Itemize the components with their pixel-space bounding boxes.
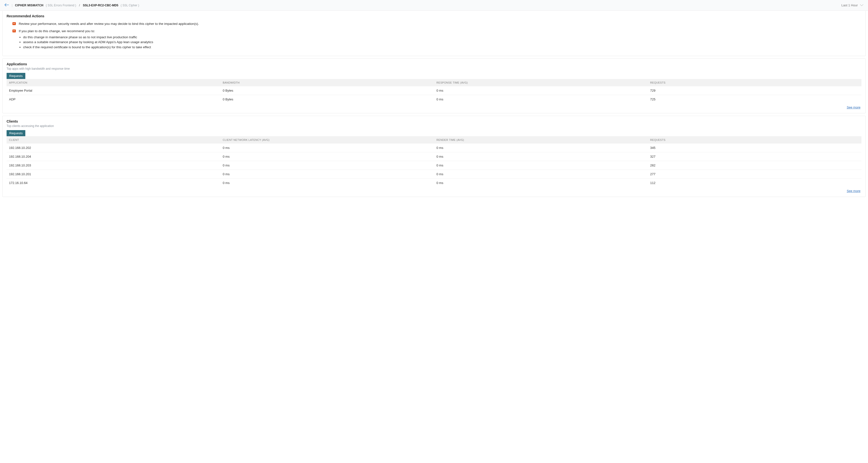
action-arrow-icon bbox=[12, 22, 16, 25]
table-header-row: APPLICATION BANDWIDTH RESPONSE TIME (AVG… bbox=[7, 79, 861, 86]
recommended-title: Recommended Actions bbox=[7, 14, 861, 18]
back-arrow-icon[interactable] bbox=[4, 3, 9, 7]
breadcrumb-main[interactable]: CIPHER MISMATCH bbox=[15, 4, 43, 7]
applications-panel: Applications Top apps with high bandwidt… bbox=[2, 58, 866, 113]
cell-latency: 0 ms bbox=[220, 170, 434, 179]
cell-response-time: 0 ms bbox=[434, 86, 648, 95]
cell-client: 192.168.10.202 bbox=[7, 144, 220, 152]
clients-requests-button[interactable]: Requests bbox=[7, 130, 25, 136]
col-latency[interactable]: CLIENT NETWORK LATENCY (AVG) bbox=[220, 136, 434, 144]
applications-requests-button[interactable]: Requests bbox=[7, 73, 25, 79]
applications-table: APPLICATION BANDWIDTH RESPONSE TIME (AVG… bbox=[7, 79, 861, 104]
cell-requests: 327 bbox=[648, 152, 862, 161]
recommended-subitem: do this change in maintenance phase so a… bbox=[23, 35, 153, 40]
table-row: 192.168.10.202 0 ms 0 ms 345 bbox=[7, 144, 861, 152]
breadcrumb-second-sub: ( SSL Cipher ) bbox=[121, 4, 139, 7]
table-row: 172.16.10.64 0 ms 0 ms 112 bbox=[7, 179, 861, 187]
applications-see-more-link[interactable]: See more bbox=[847, 106, 861, 109]
clients-see-more-link[interactable]: See more bbox=[847, 189, 861, 193]
see-more-row: See more bbox=[7, 104, 861, 110]
clients-subtitle: Top clients accessing the application bbox=[7, 124, 861, 128]
cell-render-time: 0 ms bbox=[434, 152, 648, 161]
cell-render-time: 0 ms bbox=[434, 161, 648, 170]
see-more-row: See more bbox=[7, 187, 861, 193]
recommended-list: Review your performance, security needs … bbox=[7, 22, 861, 50]
table-row: Employee Portal 0 Bytes 0 ms 729 bbox=[7, 86, 861, 95]
top-bar: | CIPHER MISMATCH ( SSL Errors Frontend … bbox=[0, 0, 868, 11]
table-row: 192.168.10.203 0 ms 0 ms 282 bbox=[7, 161, 861, 170]
col-client[interactable]: CLIENT bbox=[7, 136, 220, 144]
table-row: 192.168.10.204 0 ms 0 ms 327 bbox=[7, 152, 861, 161]
cell-latency: 0 ms bbox=[220, 144, 434, 152]
cell-client: 192.168.10.201 bbox=[7, 170, 220, 179]
cell-bandwidth: 0 Bytes bbox=[220, 95, 434, 104]
applications-subtitle: Top apps with high bandwidth and respons… bbox=[7, 67, 861, 70]
cell-render-time: 0 ms bbox=[434, 144, 648, 152]
breadcrumb-second: SSL3-EXP-RC2-CBC-MD5 bbox=[83, 4, 118, 7]
cell-requests: 277 bbox=[648, 170, 862, 179]
col-response-time[interactable]: RESPONSE TIME (AVG) bbox=[434, 79, 648, 86]
time-range-selector[interactable]: Last 1 Hour bbox=[841, 3, 864, 7]
recommended-text: Review your performance, security needs … bbox=[19, 22, 199, 26]
breadcrumb-main-sub: ( SSL Errors Frontend ) bbox=[46, 4, 76, 7]
cell-client: 192.168.10.204 bbox=[7, 152, 220, 161]
recommended-subitem: check if the required certificate is bou… bbox=[23, 45, 153, 50]
cell-client: 172.16.10.64 bbox=[7, 179, 220, 187]
cell-requests: 729 bbox=[648, 86, 862, 95]
divider: | bbox=[12, 3, 12, 7]
table-header-row: CLIENT CLIENT NETWORK LATENCY (AVG) REND… bbox=[7, 136, 861, 144]
col-requests[interactable]: REQUESTS bbox=[648, 136, 862, 144]
cell-bandwidth: 0 Bytes bbox=[220, 86, 434, 95]
cell-application: Employee Portal bbox=[7, 86, 220, 95]
col-application[interactable]: APPLICATION bbox=[7, 79, 220, 86]
applications-title: Applications bbox=[7, 62, 861, 66]
cell-latency: 0 ms bbox=[220, 161, 434, 170]
recommended-subitem: assess a suitable maintenance phase by l… bbox=[23, 40, 153, 45]
recommended-text: If you plan to do this change, we recomm… bbox=[19, 29, 153, 34]
breadcrumb: | CIPHER MISMATCH ( SSL Errors Frontend … bbox=[4, 3, 139, 7]
cell-requests: 345 bbox=[648, 144, 862, 152]
recommended-item: Review your performance, security needs … bbox=[12, 22, 861, 26]
col-render-time[interactable]: RENDER TIME (AVG) bbox=[434, 136, 648, 144]
clients-title: Clients bbox=[7, 119, 861, 123]
recommended-item: If you plan to do this change, we recomm… bbox=[12, 29, 861, 50]
breadcrumb-slash: / bbox=[79, 3, 80, 7]
col-requests[interactable]: REQUESTS bbox=[648, 79, 862, 86]
chevron-down-icon bbox=[860, 3, 864, 7]
cell-render-time: 0 ms bbox=[434, 179, 648, 187]
cell-render-time: 0 ms bbox=[434, 170, 648, 179]
cell-requests: 112 bbox=[648, 179, 862, 187]
cell-latency: 0 ms bbox=[220, 179, 434, 187]
col-bandwidth[interactable]: BANDWIDTH bbox=[220, 79, 434, 86]
cell-requests: 725 bbox=[648, 95, 862, 104]
cell-application: ADP bbox=[7, 95, 220, 104]
clients-table: CLIENT CLIENT NETWORK LATENCY (AVG) REND… bbox=[7, 136, 861, 187]
recommended-actions-panel: Recommended Actions Review your performa… bbox=[2, 11, 866, 56]
cell-latency: 0 ms bbox=[220, 152, 434, 161]
clients-panel: Clients Top clients accessing the applic… bbox=[2, 116, 866, 197]
action-arrow-icon bbox=[12, 29, 16, 32]
time-range-label: Last 1 Hour bbox=[841, 3, 858, 7]
recommended-sublist: do this change in maintenance phase so a… bbox=[23, 35, 153, 50]
cell-response-time: 0 ms bbox=[434, 95, 648, 104]
table-row: 192.168.10.201 0 ms 0 ms 277 bbox=[7, 170, 861, 179]
table-row: ADP 0 Bytes 0 ms 725 bbox=[7, 95, 861, 104]
cell-client: 192.168.10.203 bbox=[7, 161, 220, 170]
cell-requests: 282 bbox=[648, 161, 862, 170]
